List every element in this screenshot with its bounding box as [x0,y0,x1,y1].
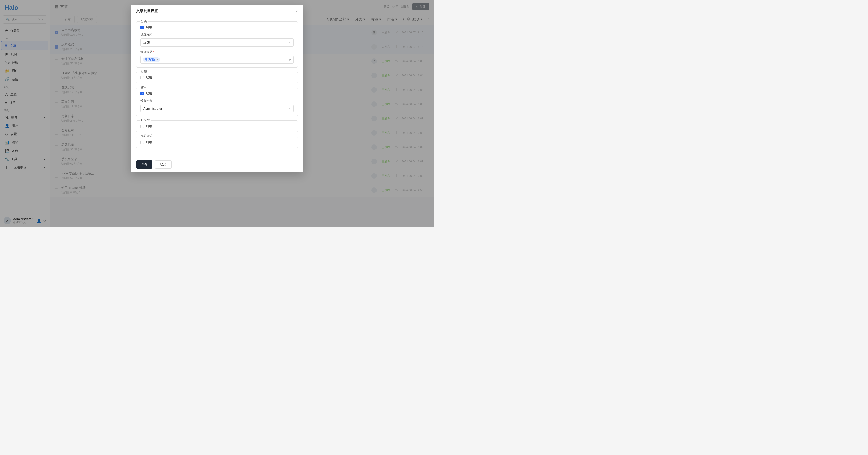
tags-legend: 标签 [140,69,148,74]
save-button[interactable]: 保存 [136,161,152,169]
modal-overlay: 文章批量设置 × 分类 ✓ 启用 设置方式 追加 选择分类 [0,0,434,227]
author-select-wrapper: Administrator [141,105,293,112]
modal-body: 分类 ✓ 启用 设置方式 追加 选择分类 常见问题 × [131,17,303,157]
category-enable-row: ✓ 启用 [141,25,293,29]
close-button[interactable]: × [295,9,298,13]
remove-tag-icon[interactable]: × [157,58,158,61]
visibility-enable-checkbox[interactable] [141,125,144,128]
category-select-label: 选择分类 [141,50,293,54]
visibility-enable-row: 启用 [141,124,293,128]
author-enable-row: ✓ 启用 [141,91,293,95]
method-select[interactable]: 追加 [141,38,293,47]
cancel-button[interactable]: 取消 [155,161,172,169]
allow-comment-section: 允许评论 启用 [136,136,298,148]
batch-settings-modal: 文章批量设置 × 分类 ✓ 启用 设置方式 追加 选择分类 [131,4,303,172]
visibility-legend: 可见性 [140,118,151,122]
dropdown-icon: ∨ [289,58,291,62]
allow-comment-enable-checkbox[interactable] [141,141,144,144]
category-tag-select[interactable]: 常见问题 × ∨ [141,56,293,64]
author-enable-label: 启用 [146,91,152,95]
tags-enable-checkbox[interactable] [141,76,144,79]
author-enable-checkbox[interactable]: ✓ [141,92,144,95]
modal-title: 文章批量设置 [136,9,158,13]
tags-section: 标签 启用 [136,72,298,84]
category-section: 分类 ✓ 启用 设置方式 追加 选择分类 常见问题 × [136,21,298,67]
method-label: 设置方式 [141,32,293,37]
author-set-label: 设置作者 [141,99,293,103]
author-select[interactable]: Administrator [141,105,293,112]
allow-comment-legend: 允许评论 [140,134,154,138]
author-section: 作者 ✓ 启用 设置作者 Administrator [136,88,298,116]
category-legend: 分类 [140,19,148,23]
tags-enable-row: 启用 [141,76,293,80]
visibility-enable-label: 启用 [146,124,152,128]
category-enable-label: 启用 [146,25,152,29]
visibility-section: 可见性 启用 [136,120,298,132]
modal-header: 文章批量设置 × [131,4,303,17]
author-legend: 作者 [140,85,148,89]
modal-footer: 保存 取消 [131,157,303,172]
method-select-wrapper: 追加 [141,38,293,47]
allow-comment-enable-label: 启用 [146,140,152,144]
tags-enable-label: 启用 [146,76,152,80]
category-enable-checkbox[interactable]: ✓ [141,26,144,29]
tag-chip-common-questions: 常见问题 × [143,57,160,62]
allow-comment-enable-row: 启用 [141,140,293,144]
